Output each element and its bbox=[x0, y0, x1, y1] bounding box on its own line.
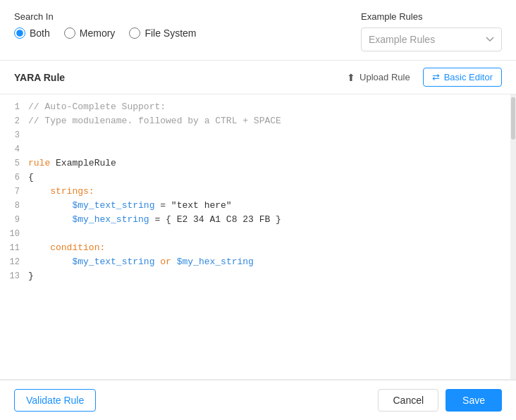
line-content-12: $my_text_string or $my_hex_string bbox=[28, 255, 510, 269]
validate-rule-button[interactable]: Validate Rule bbox=[14, 389, 96, 412]
line-num-13: 13 bbox=[0, 269, 28, 283]
radio-both[interactable]: Both bbox=[14, 27, 50, 39]
code-line-13: 13 } bbox=[0, 269, 510, 283]
code-line-9: 9 $my_hex_string = { E2 34 A1 C8 23 FB } bbox=[0, 213, 510, 227]
line-num-3: 3 bbox=[0, 128, 28, 142]
code-line-6: 6 { bbox=[0, 171, 510, 185]
line-num-10: 10 bbox=[0, 227, 28, 241]
code-line-3: 3 bbox=[0, 128, 510, 142]
search-in-group: Search In Both Memory File System bbox=[14, 11, 197, 39]
line-num-1: 1 bbox=[0, 100, 28, 114]
radio-filesystem-label[interactable]: File System bbox=[145, 27, 196, 39]
code-line-1: 1 // Auto-Complete Support: bbox=[0, 100, 510, 114]
line-content-11: condition: bbox=[28, 241, 510, 255]
code-line-11: 11 condition: bbox=[0, 241, 510, 255]
line-content-5: rule ExampleRule bbox=[28, 156, 510, 171]
upload-icon: ⬆ bbox=[347, 72, 355, 83]
line-content-6: { bbox=[28, 171, 510, 185]
basic-editor-label: Basic Editor bbox=[444, 72, 493, 82]
line-content-8: $my_text_string = "text here" bbox=[28, 199, 510, 213]
example-rules-group: Example Rules Example Rules bbox=[361, 11, 502, 51]
line-content-13: } bbox=[28, 269, 510, 283]
radio-group: Both Memory File System bbox=[14, 27, 197, 39]
line-content-10 bbox=[28, 227, 510, 241]
radio-filesystem[interactable]: File System bbox=[129, 27, 196, 39]
radio-both-label[interactable]: Both bbox=[30, 27, 50, 39]
code-editor[interactable]: 1 // Auto-Complete Support: 2 // Type mo… bbox=[0, 94, 510, 379]
line-num-4: 4 bbox=[0, 142, 28, 156]
line-content-3 bbox=[28, 128, 510, 142]
code-line-8: 8 $my_text_string = "text here" bbox=[0, 199, 510, 213]
yara-title: YARA Rule bbox=[14, 72, 65, 83]
code-line-7: 7 strings: bbox=[0, 185, 510, 199]
example-rules-select[interactable]: Example Rules bbox=[361, 27, 502, 51]
swap-icon: ⇄ bbox=[432, 72, 440, 82]
line-content-4 bbox=[28, 142, 510, 156]
code-line-10: 10 bbox=[0, 227, 510, 241]
line-num-7: 7 bbox=[0, 185, 28, 199]
basic-editor-button[interactable]: ⇄ Basic Editor bbox=[423, 68, 502, 87]
scrollbar[interactable] bbox=[510, 94, 516, 379]
upload-rule-label: Upload Rule bbox=[360, 72, 410, 82]
search-in-label: Search In bbox=[14, 11, 197, 22]
line-num-9: 9 bbox=[0, 213, 28, 227]
radio-memory-label[interactable]: Memory bbox=[80, 27, 116, 39]
yara-header: YARA Rule ⬆ Upload Rule ⇄ Basic Editor bbox=[0, 61, 516, 94]
code-line-2: 2 // Type modulename. followed by a CTRL… bbox=[0, 114, 510, 128]
code-line-12: 12 $my_text_string or $my_hex_string bbox=[0, 255, 510, 269]
top-section: Search In Both Memory File System Exampl… bbox=[0, 0, 516, 61]
radio-memory[interactable]: Memory bbox=[64, 27, 116, 39]
line-num-8: 8 bbox=[0, 199, 28, 213]
footer-right: Cancel Save bbox=[378, 389, 502, 412]
footer: Validate Rule Cancel Save bbox=[0, 380, 516, 420]
line-content-1: // Auto-Complete Support: bbox=[28, 100, 510, 114]
cancel-button[interactable]: Cancel bbox=[378, 389, 438, 412]
code-line-5: 5 rule ExampleRule bbox=[0, 156, 510, 171]
line-num-12: 12 bbox=[0, 255, 28, 269]
code-editor-wrapper: 1 // Auto-Complete Support: 2 // Type mo… bbox=[0, 94, 516, 380]
line-num-2: 2 bbox=[0, 114, 28, 128]
code-line-4: 4 bbox=[0, 142, 510, 156]
line-content-7: strings: bbox=[28, 185, 510, 199]
line-num-11: 11 bbox=[0, 241, 28, 255]
line-content-9: $my_hex_string = { E2 34 A1 C8 23 FB } bbox=[28, 213, 510, 227]
line-content-2: // Type modulename. followed by a CTRL +… bbox=[28, 114, 510, 128]
line-num-6: 6 bbox=[0, 171, 28, 185]
yara-actions: ⬆ Upload Rule ⇄ Basic Editor bbox=[341, 68, 502, 87]
scrollbar-thumb[interactable] bbox=[511, 97, 515, 140]
line-num-5: 5 bbox=[0, 156, 28, 171]
example-rules-label: Example Rules bbox=[361, 11, 502, 22]
upload-rule-button[interactable]: ⬆ Upload Rule bbox=[341, 69, 416, 86]
save-button[interactable]: Save bbox=[446, 389, 502, 412]
